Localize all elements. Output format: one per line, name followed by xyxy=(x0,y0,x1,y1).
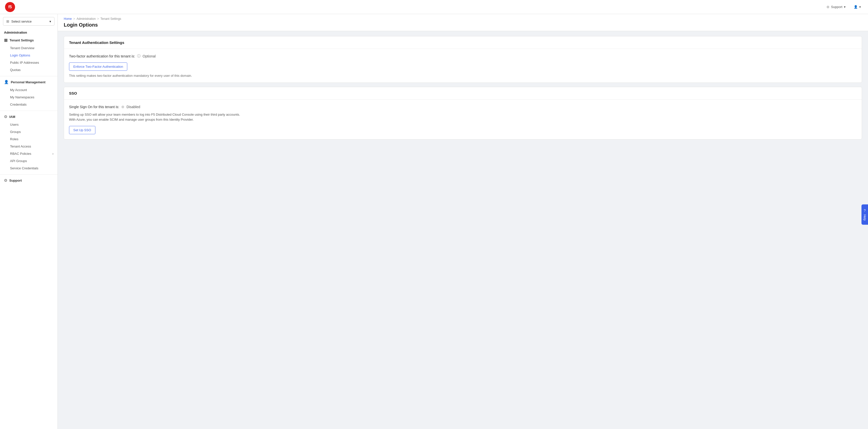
sso-status-value: Disabled xyxy=(126,105,140,109)
iam-group-header[interactable]: ⊙ IAM xyxy=(0,112,58,121)
top-header: f5 ⊙ Support ▾ 👤 ▾ xyxy=(0,0,868,14)
tenant-auth-card: Tenant Authentication Settings Two-facto… xyxy=(64,36,862,83)
support-label: Support xyxy=(831,5,842,9)
content-body: Tenant Authentication Settings Two-facto… xyxy=(58,31,868,144)
disabled-icon: ⊗ xyxy=(121,105,124,109)
sso-body: Single Sign On for this tenant is: ⊗ Dis… xyxy=(64,100,862,139)
sidebar-item-login-options[interactable]: Login Options xyxy=(0,52,58,59)
enforce-two-factor-button[interactable]: Enforce Two-Factor Authentication xyxy=(69,63,127,71)
info-icon: ⓘ xyxy=(137,54,141,59)
personal-management-group-header[interactable]: 👤 Personal Management xyxy=(0,78,58,86)
sidebar-item-tenant-access[interactable]: Tenant Access xyxy=(0,143,58,150)
chevron-down-icon: ▾ xyxy=(844,5,846,9)
help-label: Help xyxy=(863,214,867,221)
chevron-down-icon-service: ▾ xyxy=(50,20,51,23)
tenant-auth-body: Two-factor authentication for this tenan… xyxy=(64,49,862,82)
iam-icon: ⊙ xyxy=(4,114,7,119)
breadcrumb-sep-1: > xyxy=(73,17,75,21)
breadcrumb-tenant-settings: Tenant Settings xyxy=(100,17,121,21)
account-icon: 👤 xyxy=(854,5,858,9)
support-sidebar-label: Support xyxy=(9,178,22,183)
header-left: f5 xyxy=(5,2,15,12)
sidebar-item-users[interactable]: Users xyxy=(0,121,58,128)
tenant-settings-group: ▦ Tenant Settings Tenant Overview Login … xyxy=(0,36,58,73)
sidebar-item-roles[interactable]: Roles xyxy=(0,135,58,143)
sidebar-item-api-groups[interactable]: API Groups xyxy=(0,157,58,165)
tenant-settings-group-header[interactable]: ▦ Tenant Settings xyxy=(0,36,58,44)
rbac-policies-label: RBAC Policies xyxy=(10,152,31,156)
sidebar-item-service-credentials[interactable]: Service Credentials xyxy=(0,165,58,172)
support-sidebar-icon: ⊙ xyxy=(4,178,7,183)
f5-logo: f5 xyxy=(5,2,15,12)
sidebar-item-rbac-policies[interactable]: RBAC Policies › xyxy=(0,150,58,157)
two-factor-status-value: Optional xyxy=(143,54,156,58)
main-layout: ⊞ Select service ▾ Administration ▦ Tena… xyxy=(0,14,868,429)
sidebar-item-tenant-overview[interactable]: Tenant Overview xyxy=(0,44,58,52)
sso-card: SSO Single Sign On for this tenant is: ⊗… xyxy=(64,87,862,139)
sso-description-line2: With Azure, you can enable SCIM and mana… xyxy=(69,118,193,122)
sidebar-divider-3 xyxy=(0,174,58,175)
sidebar-item-groups[interactable]: Groups xyxy=(0,128,58,135)
main-content: Home > Administration > Tenant Settings … xyxy=(58,14,868,429)
tenant-settings-icon: ▦ xyxy=(4,38,7,42)
personal-management-group: 👤 Personal Management My Account My Name… xyxy=(0,78,58,108)
content-header: Home > Administration > Tenant Settings … xyxy=(58,14,868,31)
personal-management-label: Personal Management xyxy=(11,80,45,84)
sso-status-row: Single Sign On for this tenant is: ⊗ Dis… xyxy=(69,105,857,109)
page-title: Login Options xyxy=(64,22,862,31)
help-icon: ? xyxy=(864,208,866,212)
select-service-button[interactable]: ⊞ Select service ▾ xyxy=(3,17,55,26)
tenant-auth-title: Tenant Authentication Settings xyxy=(64,36,862,49)
two-factor-label: Two-factor authentication for this tenan… xyxy=(69,54,135,58)
sidebar-item-public-ip-addresses[interactable]: Public IP Addresses xyxy=(0,59,58,66)
breadcrumb-home[interactable]: Home xyxy=(64,17,72,21)
sso-title: SSO xyxy=(64,87,862,100)
user-circle-icon: ⊙ xyxy=(827,5,829,9)
sso-label: Single Sign On for this tenant is: xyxy=(69,105,119,109)
sso-description-line1: Setting up SSO will allow your team memb… xyxy=(69,113,240,117)
user-account-button[interactable]: 👤 ▾ xyxy=(852,3,863,10)
setup-sso-button[interactable]: Set Up SSO xyxy=(69,126,95,134)
sidebar-item-credentials[interactable]: Credentials xyxy=(0,101,58,108)
logo-text: f5 xyxy=(8,5,12,9)
select-service-label: Select service xyxy=(11,20,32,23)
sidebar: ⊞ Select service ▾ Administration ▦ Tena… xyxy=(0,14,58,429)
support-button[interactable]: ⊙ Support ▾ xyxy=(825,3,848,10)
select-service-inner: ⊞ Select service xyxy=(6,19,32,23)
sidebar-item-quotas[interactable]: Quotas xyxy=(0,66,58,73)
sso-description: Setting up SSO will allow your team memb… xyxy=(69,112,857,122)
breadcrumb: Home > Administration > Tenant Settings xyxy=(64,17,862,21)
personal-management-icon: 👤 xyxy=(4,80,9,84)
support-group: ⊙ Support xyxy=(0,176,58,185)
two-factor-status-row: Two-factor authentication for this tenan… xyxy=(69,54,857,59)
tenant-settings-group-label: Tenant Settings xyxy=(9,38,34,42)
chevron-right-icon: › xyxy=(53,152,54,156)
sidebar-item-my-account[interactable]: My Account xyxy=(0,86,58,94)
help-panel[interactable]: ? Help xyxy=(862,204,868,225)
support-group-header[interactable]: ⊙ Support xyxy=(0,176,58,185)
header-right: ⊙ Support ▾ 👤 ▾ xyxy=(825,3,863,10)
iam-group: ⊙ IAM Users Groups Roles Tenant Access R… xyxy=(0,112,58,172)
sidebar-item-my-namespaces[interactable]: My Namespaces xyxy=(0,94,58,101)
chevron-down-icon-user: ▾ xyxy=(859,5,861,9)
breadcrumb-administration: Administration xyxy=(76,17,96,21)
iam-label: IAM xyxy=(9,115,15,119)
grid-icon: ⊞ xyxy=(6,19,9,23)
administration-title: Administration xyxy=(0,28,58,36)
two-factor-description: This setting makes two-factor authentica… xyxy=(69,74,857,77)
breadcrumb-sep-2: > xyxy=(97,17,99,21)
